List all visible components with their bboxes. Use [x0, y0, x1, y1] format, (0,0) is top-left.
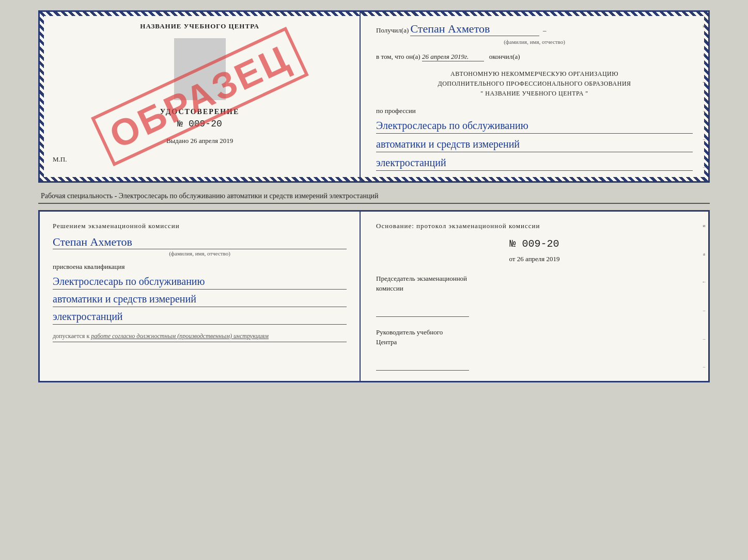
org-block: АВТОНОМНУЮ НЕКОММЕРЧЕСКУЮ ОРГАНИЗАЦИЮ ДО… [376, 69, 693, 99]
dopuskaetsya-val: работе согласно должностным (производств… [91, 332, 269, 340]
udost-title: УДОСТОВЕРЕНИЕ [53, 108, 347, 116]
rukovoditel-signature [376, 360, 469, 371]
resheniem-line: Решением экзаменационной комиссии [53, 222, 347, 230]
udost-number: № 009-20 [53, 119, 347, 129]
qual-line3: электростанций [53, 309, 347, 325]
cert-left-panel: НАЗВАНИЕ УЧЕБНОГО ЦЕНТРА УДОСТОВЕРЕНИЕ №… [40, 12, 361, 181]
commission-name: Степан Ахметов [53, 235, 347, 249]
poluchil-name: Степан Ахметов [410, 22, 539, 36]
dopuskaetsya: допускается к работе согласно должностны… [53, 332, 347, 340]
profession-line2: автоматики и средств измерений [376, 136, 693, 152]
prisvoena-line: присвоена квалификация [53, 263, 347, 271]
udostoverenie-block: УДОСТОВЕРЕНИЕ № 009-20 [53, 108, 347, 129]
osnovanie-line: Основание: протокол экзаменационной коми… [376, 222, 693, 230]
mp-line: М.П. [53, 155, 347, 164]
vydano-line: Выдано 26 апреля 2019 [53, 137, 347, 145]
fio-caption-top: (фамилия, имя, отчество) [376, 39, 693, 45]
fio-caption-bottom: (фамилия, имя, отчество) [53, 250, 347, 257]
bottom-certificate: Решением экзаменационной комиссии Степан… [38, 210, 710, 382]
rukovoditel-block: Руководитель учебного Центра [376, 327, 693, 371]
top-certificate: НАЗВАНИЕ УЧЕБНОГО ЦЕНТРА УДОСТОВЕРЕНИЕ №… [38, 10, 710, 183]
bottom-line [53, 342, 347, 342]
vtom-date: 26 апреля 2019г. [422, 53, 484, 61]
profession-line1: Электрослесарь по обслуживанию [376, 118, 693, 134]
protocol-number: № 009-20 [376, 238, 693, 250]
cert-header: НАЗВАНИЕ УЧЕБНОГО ЦЕНТРА [53, 22, 347, 30]
photo-placeholder [174, 38, 226, 100]
cert-right-panel: Получил(а) Степан Ахметов – (фамилия, им… [361, 12, 708, 181]
subtitle-text: Рабочая специальность - Электрослесарь п… [38, 188, 710, 204]
poluchil-line: Получил(а) Степан Ахметов – [376, 22, 693, 36]
profession-line3: электростанций [376, 155, 693, 171]
side-decoration-bottom: и а ← – – – [699, 212, 709, 381]
cert-bottom-left: Решением экзаменационной комиссии Степан… [40, 212, 361, 381]
po-professii: по профессии [376, 107, 693, 115]
qual-line2: автоматики и средств измерений [53, 291, 347, 307]
vtom-line: в том, что он(а) 26 апреля 2019г. окончи… [376, 53, 693, 61]
predsedatel-signature [376, 307, 469, 317]
ot-date: от 26 апреля 2019 [376, 255, 693, 263]
side-decoration: и а ← – – – [699, 12, 709, 181]
predsedatel-block: Председатель экзаменационной комиссии [376, 274, 693, 317]
qual-line1: Электрослесарь по обслуживанию [53, 274, 347, 290]
cert-bottom-right: Основание: протокол экзаменационной коми… [361, 212, 708, 381]
